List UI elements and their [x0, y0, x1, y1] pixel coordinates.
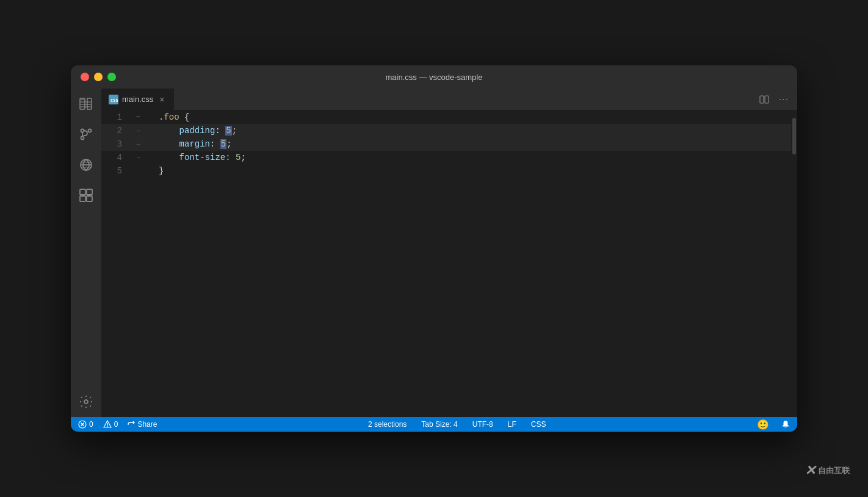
line-number-3: 3 [101, 137, 132, 151]
status-line-ending[interactable]: LF [505, 417, 519, 432]
token-value-2-selected: 5 [225, 126, 231, 136]
svg-rect-10 [87, 189, 92, 195]
scrollbar-thumb[interactable] [792, 118, 796, 154]
code-line-4: 4 → font-size: 5; [101, 151, 791, 164]
token-semi-3: ; [226, 139, 231, 149]
window-title: main.css — vscode-sample [386, 73, 483, 82]
status-bar: 0 0 Share [71, 417, 797, 432]
svg-rect-16 [760, 96, 764, 103]
code-line-1: 1 − .foo { [101, 111, 791, 124]
svg-rect-17 [765, 96, 769, 103]
fold-icon-1[interactable]: − [132, 111, 144, 124]
traffic-lights [81, 73, 116, 81]
status-language[interactable]: CSS [529, 417, 549, 432]
error-icon [78, 420, 87, 429]
sidebar-item-settings[interactable] [76, 391, 96, 412]
bell-icon [781, 420, 790, 429]
watermark: ✕ 自由互联 [805, 463, 850, 479]
line-code-2: padding: 5; [144, 124, 237, 137]
status-errors[interactable]: 0 [76, 417, 96, 432]
main-layout: CSS main.css × [71, 89, 797, 417]
share-icon [128, 421, 135, 428]
status-selections[interactable]: 2 selections [366, 417, 409, 432]
sidebar-item-remote[interactable] [76, 154, 96, 175]
sidebar-item-git[interactable] [76, 124, 96, 145]
error-count: 0 [89, 420, 93, 429]
token-close-brace: } [159, 166, 164, 176]
token-padding: padding [159, 126, 215, 136]
svg-point-13 [84, 400, 88, 404]
token-brace: { [179, 112, 190, 122]
minimize-button[interactable] [94, 73, 103, 81]
svg-point-2 [81, 137, 84, 140]
status-notifications[interactable] [779, 417, 792, 432]
code-line-5: 5 } [101, 164, 791, 178]
status-share[interactable]: Share [125, 417, 159, 432]
svg-point-3 [89, 129, 92, 132]
svg-rect-11 [80, 196, 85, 201]
token-semi-2: ; [232, 126, 237, 136]
token-colon-2: : [215, 126, 225, 136]
tab-label: main.css [122, 95, 153, 104]
line-number-1: 1 [101, 111, 132, 124]
split-editor-button[interactable] [756, 91, 773, 108]
arrow-2: → [132, 124, 144, 137]
line-number-4: 4 [101, 151, 132, 164]
share-label: Share [137, 420, 157, 429]
encoding-text: UTF-8 [472, 420, 493, 429]
scrollbar[interactable] [791, 111, 797, 417]
tab-size-text: Tab Size: 4 [421, 420, 457, 429]
status-feedback[interactable]: 🙂 [754, 417, 772, 432]
tab-bar: CSS main.css × [101, 89, 797, 111]
more-actions-button[interactable]: ··· [775, 91, 792, 108]
status-tab-size[interactable]: Tab Size: 4 [419, 417, 460, 432]
sidebar-item-extensions[interactable] [76, 185, 96, 206]
line-number-2: 2 [101, 124, 132, 137]
token-colon-4: : [225, 153, 236, 162]
code-line-2: 2 → padding: 5; [101, 124, 791, 137]
status-left: 0 0 Share [76, 417, 159, 432]
line-ending-text: LF [508, 420, 516, 429]
maximize-button[interactable] [107, 73, 116, 81]
status-warnings[interactable]: 0 [101, 417, 121, 432]
line-number-5: 5 [101, 164, 132, 178]
line-code-1: .foo { [144, 111, 189, 124]
close-button[interactable] [81, 73, 89, 81]
svg-point-1 [81, 129, 84, 132]
svg-rect-12 [87, 196, 92, 201]
code-line-3: 3 → margin: 5; [101, 137, 791, 151]
status-center: 2 selections Tab Size: 4 UTF-8 LF CSS [159, 417, 754, 432]
editor-actions: ··· [751, 89, 797, 110]
svg-text:CSS: CSS [110, 98, 118, 103]
css-file-icon: CSS [109, 95, 118, 104]
vscode-window: main.css — vscode-sample [71, 65, 797, 432]
token-value-3-selected: 5 [220, 139, 226, 149]
token-selector: .foo [159, 112, 179, 122]
line-code-3: margin: 5; [144, 137, 232, 151]
token-colon-3: : [210, 139, 220, 149]
selections-text: 2 selections [368, 420, 407, 429]
language-text: CSS [531, 420, 546, 429]
line-code-5: } [144, 164, 164, 178]
activity-bar-bottom [76, 391, 96, 412]
status-right: 🙂 [754, 417, 792, 432]
tab-main-css[interactable]: CSS main.css × [101, 89, 175, 110]
code-content[interactable]: 1 − .foo { 2 → padding: 5; [101, 111, 791, 417]
svg-rect-9 [80, 189, 85, 195]
warning-icon [103, 420, 112, 429]
arrow-4: → [132, 151, 144, 164]
status-encoding[interactable]: UTF-8 [470, 417, 496, 432]
token-fontsize: font-size [159, 153, 225, 162]
sidebar-item-explorer[interactable] [76, 93, 96, 114]
token-margin: margin [159, 139, 210, 149]
token-semi-4: ; [241, 153, 245, 162]
svg-point-22 [107, 426, 108, 427]
editor-area: CSS main.css × [101, 89, 797, 417]
tab-close-button[interactable]: × [157, 95, 167, 104]
code-lines: 1 − .foo { 2 → padding: 5; [101, 111, 791, 417]
arrow-3: → [132, 137, 144, 151]
smiley-icon: 🙂 [757, 419, 769, 430]
code-editor[interactable]: 1 − .foo { 2 → padding: 5; [101, 111, 797, 417]
titlebar: main.css — vscode-sample [71, 65, 797, 89]
warning-count: 0 [114, 420, 118, 429]
